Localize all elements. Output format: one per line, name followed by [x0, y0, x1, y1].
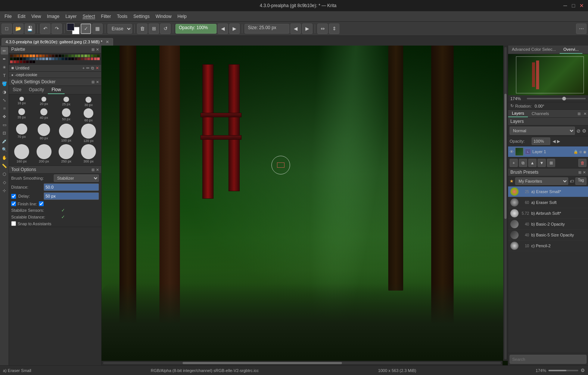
tool-vector[interactable]: ◇ [1, 179, 8, 186]
finishline-check2[interactable] [39, 201, 44, 206]
palette-swatch[interactable] [16, 58, 19, 60]
palette-swatch[interactable] [29, 61, 32, 63]
bp-item-2[interactable]: 60 a) Eraser Soft [508, 197, 588, 208]
move-down-button[interactable]: ▼ [538, 159, 546, 167]
doc-tab-close[interactable]: ✕ [106, 40, 109, 44]
palette-swatch[interactable] [49, 58, 52, 60]
opacity-display[interactable]: Opacity: 100% [175, 24, 217, 34]
qs-tab-flow[interactable]: Flow [48, 86, 65, 94]
palette-swatch[interactable] [87, 58, 90, 60]
save-button[interactable]: 💾 [25, 24, 35, 34]
layer-solo-icon[interactable]: ◉ [583, 150, 587, 154]
palette-swatch[interactable] [81, 55, 84, 57]
qs-close-icon[interactable]: ✕ [96, 80, 99, 84]
opacity-inc[interactable]: ▶ [557, 139, 560, 144]
tool-multibrush[interactable]: ✳ [1, 63, 8, 71]
refresh-button[interactable]: ↺ [160, 24, 171, 34]
palette-swatch[interactable] [84, 58, 87, 60]
tab-overview[interactable]: Overvi... [560, 46, 582, 54]
wrap-button[interactable]: ⊞ [149, 24, 159, 34]
tool-transform[interactable]: ⤡ [1, 96, 8, 104]
doc-tab-main[interactable]: 4.3.0-prealpha (git 8c9b10e): galteed.jp… [1, 38, 113, 46]
palette-swatch[interactable] [55, 55, 58, 57]
menu-file[interactable]: File [1, 13, 15, 20]
size-up[interactable]: ▶ [302, 24, 312, 34]
layer-item-1[interactable]: 👁 L Layer 1 🔒 α ◉ [508, 146, 588, 157]
palette-swatch[interactable] [13, 55, 16, 57]
menu-window[interactable]: Window [153, 13, 175, 20]
palette-swatch[interactable] [23, 61, 26, 63]
tab-channels[interactable]: Channels [528, 110, 553, 117]
palette-swatch[interactable] [42, 58, 45, 60]
tool-crop[interactable]: ⌗ [1, 105, 8, 112]
opacity-down[interactable]: ◀ [218, 24, 228, 34]
add-layer-button[interactable]: + [510, 159, 518, 167]
bp-filter-combo[interactable]: My Favorites [515, 177, 568, 185]
snap-assistants-checkbox[interactable] [11, 221, 16, 226]
palette-swatch[interactable] [59, 55, 61, 57]
palette-swatch[interactable] [32, 61, 35, 63]
palette-swatch[interactable] [46, 55, 48, 57]
brush-size-item[interactable]: 60 px [78, 108, 99, 122]
brush-size-item[interactable]: 160 px [11, 144, 32, 163]
delete-brush-icon[interactable]: ✕ [96, 66, 99, 71]
palette-swatch[interactable] [39, 55, 42, 57]
close-button[interactable]: ✕ [579, 3, 584, 8]
palette-swatch[interactable] [13, 61, 16, 63]
tag-icon[interactable]: 🏷 [570, 179, 574, 183]
palette-swatch[interactable] [42, 55, 45, 57]
tool-calligraphy[interactable]: ✒ [1, 55, 8, 63]
delay-input[interactable] [44, 192, 99, 200]
canvas-area[interactable] [102, 46, 508, 365]
qs-tab-opacity[interactable]: Opacity [25, 86, 48, 94]
size-down[interactable]: ◀ [290, 24, 301, 34]
brush-size-item[interactable]: 50 px [56, 108, 77, 122]
bp-expand-icon[interactable]: ⊞ [578, 170, 581, 174]
palette-swatch[interactable] [10, 58, 13, 60]
palette-swatch[interactable] [71, 55, 74, 57]
palette-swatch[interactable] [52, 58, 55, 60]
palette-swatch[interactable] [26, 55, 29, 57]
new-document-button[interactable]: □ [1, 24, 12, 34]
opacity-dec[interactable]: ◀ [553, 139, 556, 144]
palette-swatch[interactable] [32, 55, 35, 57]
zoom-slider[interactable] [527, 98, 586, 99]
maximize-button[interactable]: □ [571, 3, 576, 8]
menu-view[interactable]: View [28, 13, 44, 20]
blend-filter-icon[interactable]: ⊘ [576, 128, 581, 134]
pattern-button[interactable]: ▦ [92, 24, 103, 34]
bp-item-5[interactable]: 40 b) Basic-5 Size Opacity [508, 230, 588, 241]
undo-button[interactable]: ↶ [40, 24, 50, 34]
brush-size-item[interactable]: 120 px [78, 124, 99, 143]
palette-swatch[interactable] [52, 55, 55, 57]
mirror-v-button[interactable]: ⇕ [329, 24, 339, 34]
brush-size-item[interactable]: 70 px [11, 124, 32, 143]
menu-image[interactable]: Image [44, 13, 62, 20]
tool-select-contiguous[interactable]: ⊡ [1, 129, 8, 137]
brush-size-item[interactable]: 250 px [56, 144, 77, 163]
tool-path[interactable]: ⬡ [1, 170, 8, 178]
opacity-up[interactable]: ▶ [229, 24, 240, 34]
tag-button[interactable]: Tag [575, 177, 587, 185]
brush-size-item[interactable]: 200 px [34, 144, 55, 163]
palette-swatch[interactable] [75, 55, 77, 57]
palette-swatch[interactable] [36, 58, 38, 60]
vertical-scrollbar[interactable] [503, 46, 508, 361]
palette-swatch[interactable] [94, 58, 97, 60]
blend-settings-icon[interactable]: ⚙ [582, 128, 587, 134]
tool-zoom[interactable]: 🔍 [1, 146, 8, 153]
brush-size-item[interactable]: 80 px [34, 124, 55, 143]
mirror-h-button[interactable]: ⇔ [317, 24, 328, 34]
brush-size-item[interactable]: 300 px [78, 144, 99, 163]
bp-item-6[interactable]: 10 c) Pencil-2 [508, 241, 588, 251]
layer-lock-icon[interactable]: 🔒 [573, 150, 578, 154]
brush-size-item[interactable]: 40 px [34, 108, 55, 122]
menu-edit[interactable]: Edit [15, 13, 28, 20]
palette-swatch[interactable] [20, 55, 22, 57]
fg-color[interactable] [67, 23, 74, 31]
minimize-button[interactable]: ─ [563, 3, 568, 8]
bp-item-4[interactable]: 40 b) Basic-2 Opacity [508, 219, 588, 230]
bp-close-icon[interactable]: ✕ [583, 170, 586, 174]
palette-swatch[interactable] [36, 55, 38, 57]
menu-tools[interactable]: Tools [114, 13, 130, 20]
